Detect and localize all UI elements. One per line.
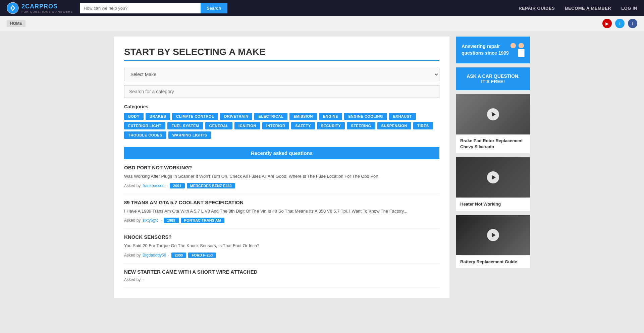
breadcrumb: HOME <box>7 20 25 27</box>
category-tag[interactable]: INTERIOR <box>262 122 289 129</box>
question-item: KNOCK SENSORS? You Said 20 For Torque On… <box>124 229 439 264</box>
make-select[interactable]: Select MakeAcuraBMWBuickCadillacChevrole… <box>124 68 439 81</box>
category-tag[interactable]: BODY <box>124 113 144 120</box>
asked-by-label: Asked by <box>124 277 141 282</box>
asked-by-label: Asked by <box>124 253 141 258</box>
play-button[interactable] <box>487 229 499 241</box>
question-body: You Said 20 For Torque On The Knock Sens… <box>124 242 439 249</box>
nav-become-member[interactable]: BECOME A MEMBER <box>565 6 611 11</box>
question-meta: Asked by frankbassoo · 2001 MERCEDES BEN… <box>124 183 439 188</box>
question-title[interactable]: NEW STARTER CAME WITH A SHORT WIRE ATTAC… <box>124 269 439 275</box>
sidebar: Answering repair questions since 1999 AS… <box>456 37 530 298</box>
category-tag[interactable]: FUEL SYSTEM <box>167 122 203 129</box>
category-tag[interactable]: IGNITION <box>234 122 260 129</box>
category-tag[interactable]: CLIMATE CONTROL <box>172 113 218 120</box>
ask-question-button[interactable]: ASK A CAR QUESTION. IT'S FREE! <box>456 67 530 90</box>
play-button[interactable] <box>487 171 499 183</box>
nav-repair-guides[interactable]: REPAIR GUIDES <box>519 6 555 11</box>
category-tag[interactable]: TROUBLE CODES <box>124 131 166 139</box>
question-user[interactable]: sixty6gto <box>143 218 158 223</box>
question-user[interactable]: Bigdadddy58 <box>143 253 166 258</box>
question-title[interactable]: OBD PORT NOT WORKING? <box>124 165 439 170</box>
facebook-icon[interactable]: f <box>628 19 637 28</box>
asked-by-label: Asked by <box>124 183 141 188</box>
category-tag[interactable]: SECURITY <box>317 122 345 129</box>
question-item: NEW STARTER CAME WITH A SHORT WIRE ATTAC… <box>124 264 439 288</box>
video-thumbnail[interactable] <box>456 157 530 198</box>
categories-label: Categories <box>124 104 439 109</box>
people-illustration <box>510 43 525 57</box>
logo[interactable]: 2CARPROS FOR QUESTIONS & ANSWERS <box>7 2 73 14</box>
category-tag[interactable]: EXHAUST <box>389 113 416 120</box>
twitter-icon[interactable]: t <box>615 19 625 28</box>
breadcrumb-home[interactable]: HOME <box>7 20 25 27</box>
category-tag[interactable]: ENGINE COOLING <box>344 113 387 120</box>
logo-sub: FOR QUESTIONS & ANSWERS <box>21 10 73 13</box>
question-vehicle: FORD F-250 <box>188 253 216 258</box>
video-title[interactable]: Battery Replacement Guide <box>456 256 530 268</box>
question-meta: Asked by · <box>124 277 439 282</box>
promo-banner: Answering repair questions since 1999 <box>456 37 530 63</box>
promo-text: Answering repair questions since 1999 <box>462 43 510 56</box>
search-input[interactable] <box>80 3 201 13</box>
video-title[interactable]: Heater Not Working <box>456 198 530 211</box>
question-year: 2000 <box>171 253 186 258</box>
category-search-input[interactable] <box>124 85 439 98</box>
video-thumbnail[interactable] <box>456 94 530 134</box>
questions-header: Recently asked questions <box>124 147 439 159</box>
nav-log-in[interactable]: LOG IN <box>621 6 637 11</box>
question-body: Was Working After Plugs In Scanner It Wo… <box>124 173 439 180</box>
question-title[interactable]: KNOCK SENSORS? <box>124 234 439 240</box>
category-tag[interactable]: WARNING LIGHTS <box>168 131 211 139</box>
sidebar-video-card: Brake Pad Rotor Replacement Chevy Silver… <box>456 94 530 153</box>
category-tag[interactable]: ENGINE <box>319 113 342 120</box>
video-thumbnail[interactable] <box>456 215 530 255</box>
question-title[interactable]: 89 TRANS AM GTA 5.7 COOLANT SPECIFICATIO… <box>124 200 439 205</box>
category-tags: BODYBRAKESCLIMATE CONTROLDRIVETRAINELECT… <box>124 113 439 139</box>
asked-by-label: Asked by <box>124 218 141 223</box>
sidebar-video-card: Heater Not Working <box>456 157 530 211</box>
category-tag[interactable]: EMISSION <box>289 113 317 120</box>
question-vehicle: PONTIAC TRANS AM <box>181 218 224 223</box>
category-tag[interactable]: SAFETY <box>291 122 315 129</box>
category-tag[interactable]: GENERAL <box>205 122 232 129</box>
header-search[interactable]: Search <box>80 3 227 13</box>
question-vehicle: MERCEDES BENZ E430 <box>187 183 235 188</box>
logo-brand: 2CARPROS <box>21 3 73 10</box>
question-year: 2001 <box>170 183 184 188</box>
youtube-icon[interactable]: ▶ <box>602 19 612 28</box>
page-title: START BY SELECTING A MAKE <box>124 47 439 61</box>
question-item: 89 TRANS AM GTA 5.7 COOLANT SPECIFICATIO… <box>124 194 439 229</box>
category-tag[interactable]: BRAKES <box>146 113 170 120</box>
category-tag[interactable]: SUSPENSION <box>377 122 411 129</box>
question-year: 1989 <box>164 218 178 223</box>
video-title[interactable]: Brake Pad Rotor Replacement Chevy Silver… <box>456 134 530 153</box>
category-tag[interactable]: EXTERIOR LIGHT <box>124 122 165 129</box>
sidebar-video-card: Battery Replacement Guide <box>456 215 530 268</box>
question-meta: Asked by Bigdadddy58 · 2000 FORD F-250 <box>124 253 439 258</box>
category-tag[interactable]: TIRES <box>413 122 433 129</box>
category-tag[interactable]: STEERING <box>347 122 375 129</box>
category-tag[interactable]: DRIVETRAIN <box>220 113 252 120</box>
category-tag[interactable]: ELECTRICAL <box>254 113 287 120</box>
question-body: I Have A 1989 Trans Am Gta With A 5.7 L … <box>124 208 439 215</box>
question-user[interactable]: frankbassoo <box>143 183 164 188</box>
question-item: OBD PORT NOT WORKING? Was Working After … <box>124 159 439 194</box>
search-button[interactable]: Search <box>201 3 227 13</box>
question-meta: Asked by sixty6gto · 1989 PONTIAC TRANS … <box>124 218 439 223</box>
play-button[interactable] <box>487 108 499 120</box>
